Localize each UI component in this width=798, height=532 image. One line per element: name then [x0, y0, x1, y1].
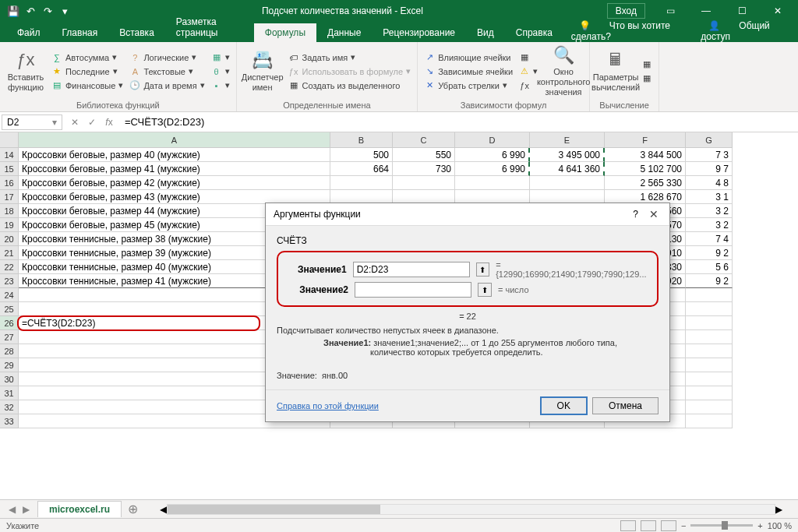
use-in-formula-button[interactable]: ƒxИспользовать в формуле ▾	[287, 65, 413, 78]
cell-G18[interactable]: 3 2	[686, 204, 733, 218]
cell-G25[interactable]	[686, 302, 733, 316]
enter-formula-icon[interactable]: ✓	[86, 117, 98, 128]
cell-G21[interactable]: 9 2	[686, 246, 733, 260]
view-layout-icon[interactable]	[641, 520, 656, 531]
add-sheet-icon[interactable]: ⊕	[122, 502, 144, 516]
cell-G30[interactable]	[686, 372, 733, 386]
cancel-button[interactable]: Отмена	[592, 397, 659, 414]
col-head-G[interactable]: G	[686, 132, 733, 148]
row-head-24[interactable]: 24	[0, 288, 19, 302]
cell-G29[interactable]	[686, 358, 733, 372]
row-head-28[interactable]: 28	[0, 344, 19, 358]
cell-G14[interactable]: 7 3	[686, 148, 733, 162]
row-head-15[interactable]: 15	[0, 162, 19, 176]
sheet-next-icon[interactable]: ▶	[20, 504, 31, 515]
dialog-help-icon[interactable]: ?	[633, 209, 638, 220]
tab-formulas[interactable]: Формулы	[254, 23, 316, 42]
row-head-14[interactable]: 14	[0, 148, 19, 162]
arg2-input[interactable]	[355, 282, 471, 298]
row-head-19[interactable]: 19	[0, 218, 19, 232]
tab-insert[interactable]: Вставка	[108, 23, 165, 42]
trace-prec-button[interactable]: ↗Влияющие ячейки	[422, 51, 514, 64]
undo-icon[interactable]: ↶	[23, 4, 37, 18]
row-head-23[interactable]: 23	[0, 274, 19, 288]
row-head-30[interactable]: 30	[0, 372, 19, 386]
row-head-22[interactable]: 22	[0, 260, 19, 274]
row-head-26[interactable]: 26	[0, 316, 19, 330]
cell-E16[interactable]	[530, 176, 605, 190]
col-head-B[interactable]: B	[330, 132, 393, 148]
cell-G20[interactable]: 7 4	[686, 232, 733, 246]
zoom-slider[interactable]	[690, 524, 753, 527]
math-button[interactable]: θ▾	[210, 65, 231, 78]
minimize-icon[interactable]: —	[689, 0, 723, 22]
row-head-20[interactable]: 20	[0, 232, 19, 246]
define-name-button[interactable]: 🏷Задать имя ▾	[287, 51, 413, 64]
cell-D16[interactable]	[455, 176, 530, 190]
calc-options-button[interactable]: 🖩Параметры вычислений	[595, 44, 637, 99]
row-head-18[interactable]: 18	[0, 204, 19, 218]
row-head-25[interactable]: 25	[0, 302, 19, 316]
arg2-range-icon[interactable]: ⬆	[478, 283, 492, 297]
cell-C16[interactable]	[393, 176, 455, 190]
cell-C14[interactable]: 550	[393, 148, 455, 162]
redo-icon[interactable]: ↷	[41, 4, 55, 18]
insert-function-button[interactable]: ƒxВставить функцию	[5, 44, 47, 99]
show-formulas-button[interactable]: ▦	[517, 51, 539, 64]
col-head-C[interactable]: C	[393, 132, 455, 148]
share-button[interactable]: 👤Общий доступ	[693, 20, 792, 42]
name-box[interactable]: D2▾	[2, 115, 62, 130]
more-fn-button[interactable]: ▪▾	[210, 79, 231, 92]
tell-me[interactable]: 💡Что вы хотите сделать?	[563, 20, 693, 42]
cell-D15[interactable]: 6 990	[455, 162, 530, 176]
row-head-27[interactable]: 27	[0, 330, 19, 344]
view-break-icon[interactable]	[661, 520, 676, 531]
tab-help[interactable]: Справка	[505, 23, 563, 42]
cell-G16[interactable]: 4 8	[686, 176, 733, 190]
cell-G15[interactable]: 9 7	[686, 162, 733, 176]
row-head-21[interactable]: 21	[0, 246, 19, 260]
cell-B14[interactable]: 500	[330, 148, 393, 162]
remove-arrows-button[interactable]: ✕Убрать стрелки ▾	[422, 79, 514, 92]
cell-A16[interactable]: Кроссовки беговые, размер 42 (мужские)	[19, 176, 330, 190]
cell-B16[interactable]	[330, 176, 393, 190]
scroll-right-icon[interactable]: ▶	[775, 504, 782, 515]
create-from-sel-button[interactable]: ▦Создать из выделенного	[287, 79, 413, 92]
dialog-help-link[interactable]: Справка по этой функции	[277, 401, 379, 410]
tab-home[interactable]: Главная	[51, 23, 109, 42]
sheet-prev-icon[interactable]: ◀	[6, 504, 17, 515]
cell-G27[interactable]	[686, 330, 733, 344]
name-manager-button[interactable]: 📇Диспетчер имен	[242, 44, 284, 99]
cell-G31[interactable]	[686, 386, 733, 400]
calc-sheet-button[interactable]: ▦	[640, 72, 654, 85]
financial-button[interactable]: ▤Финансовые ▾	[50, 79, 125, 92]
ribbon-options-icon[interactable]: ▭	[653, 0, 687, 22]
cell-E15[interactable]: 4 641 360	[530, 162, 605, 176]
cell-G17[interactable]: 3 1	[686, 190, 733, 204]
recent-button[interactable]: ★Последние ▾	[50, 65, 125, 78]
login-button[interactable]: Вход	[607, 3, 645, 19]
arg1-range-icon[interactable]: ⬆	[476, 262, 490, 277]
cell-C15[interactable]: 730	[393, 162, 455, 176]
logical-button[interactable]: ?Логические ▾	[128, 51, 206, 64]
fx-bar-icon[interactable]: fx	[103, 117, 115, 128]
autosum-button[interactable]: ∑Автосумма ▾	[50, 51, 125, 64]
zoom-out-icon[interactable]: −	[681, 521, 686, 530]
arg1-input[interactable]: D2:D23	[353, 262, 470, 277]
row-head-31[interactable]: 31	[0, 386, 19, 400]
col-head-F[interactable]: F	[605, 132, 686, 148]
cell-A15[interactable]: Кроссовки беговые, размер 41 (мужские)	[19, 162, 330, 176]
datetime-button[interactable]: 🕒Дата и время ▾	[128, 79, 206, 92]
col-head-E[interactable]: E	[530, 132, 605, 148]
zoom-in-icon[interactable]: +	[757, 521, 762, 530]
row-head-33[interactable]: 33	[0, 414, 19, 428]
cell-A14[interactable]: Кроссовки беговые, размер 40 (мужские)	[19, 148, 330, 162]
tab-data[interactable]: Данные	[316, 23, 372, 42]
cell-G24[interactable]	[686, 288, 733, 302]
cell-G19[interactable]: 3 2	[686, 218, 733, 232]
lookup-button[interactable]: ▦▾	[210, 51, 231, 64]
cell-G33[interactable]	[686, 414, 733, 428]
col-head-D[interactable]: D	[455, 132, 530, 148]
close-icon[interactable]: ✕	[761, 0, 795, 22]
sheet-tab[interactable]: microexcel.ru	[37, 501, 122, 517]
